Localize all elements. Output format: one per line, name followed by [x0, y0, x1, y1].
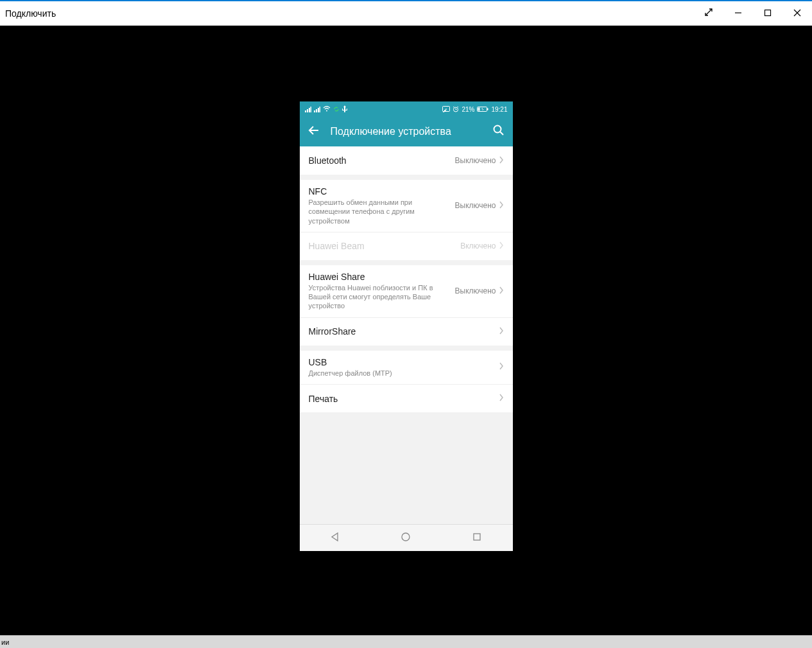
row-nfc[interactable]: NFC Разрешить обмен данными при совмещен…	[300, 180, 513, 232]
android-appbar: Подключение устройства	[300, 117, 513, 146]
statusbar-right: 21% 19:21	[442, 106, 507, 113]
circle-home-icon	[401, 532, 411, 545]
clock-text: 19:21	[491, 106, 507, 113]
android-navbar	[300, 524, 513, 551]
row-title: MirrorShare	[309, 326, 494, 337]
group-share: Huawei Share Устройства Huawei поблизост…	[300, 265, 513, 351]
svg-rect-12	[319, 107, 320, 112]
row-value: Выключено	[455, 286, 496, 295]
svg-point-13	[326, 110, 327, 112]
row-sub: Разрешить обмен данными при совмещении т…	[309, 198, 450, 225]
row-title: Huawei Beam	[309, 241, 456, 251]
wifi-icon	[323, 106, 331, 112]
battery-text: 21%	[462, 106, 474, 113]
row-usb[interactable]: USB Диспетчер файлов (MTP)	[300, 351, 513, 384]
statusbar-left	[305, 105, 347, 113]
android-statusbar: 21% 19:21	[300, 101, 513, 117]
fullscreen-button[interactable]	[694, 1, 723, 25]
svg-rect-5	[305, 110, 306, 112]
arrow-left-icon	[307, 124, 320, 139]
svg-point-24	[494, 126, 501, 133]
search-icon	[492, 124, 505, 139]
bottom-strip: ии	[0, 635, 812, 648]
row-print[interactable]: Печать	[300, 384, 513, 412]
group-usb-print: USB Диспетчер файлов (MTP) Печать	[300, 351, 513, 412]
row-value: Включено	[460, 241, 496, 250]
row-bluetooth[interactable]: Bluetooth Выключено	[300, 146, 513, 175]
svg-line-19	[458, 107, 459, 107]
black-stage: 21% 19:21 Подключение устройства	[0, 26, 812, 635]
svg-rect-6	[307, 109, 308, 112]
desktop-window: Подключить	[0, 0, 812, 648]
phone-screen: 21% 19:21 Подключение устройства	[300, 101, 513, 551]
chevron-right-icon	[499, 394, 504, 403]
window-titlebar: Подключить	[0, 0, 812, 26]
back-button[interactable]	[306, 124, 322, 139]
svg-line-0	[705, 9, 712, 15]
close-button[interactable]	[782, 1, 812, 25]
svg-rect-9	[314, 110, 315, 112]
sync-icon	[333, 106, 340, 112]
chevron-right-icon	[499, 327, 504, 337]
row-mirrorshare[interactable]: MirrorShare	[300, 317, 513, 346]
fullscreen-icon	[704, 8, 713, 19]
battery-icon	[477, 106, 488, 112]
triangle-back-icon	[330, 532, 340, 545]
svg-rect-7	[309, 108, 310, 112]
signal-icon	[305, 106, 311, 112]
cast-icon	[442, 106, 450, 112]
bottom-snippet: ии	[1, 638, 9, 646]
nav-recent-button[interactable]	[442, 525, 512, 551]
chevron-right-icon	[499, 241, 504, 251]
close-icon	[793, 8, 801, 19]
row-title: NFC	[309, 186, 450, 197]
chevron-right-icon	[499, 201, 504, 211]
maximize-button[interactable]	[753, 1, 782, 25]
alarm-icon	[453, 106, 459, 112]
svg-rect-21	[487, 109, 488, 110]
minimize-button[interactable]	[723, 1, 753, 25]
row-title: Печать	[309, 394, 494, 404]
row-title: Huawei Share	[309, 272, 450, 282]
window-title: Подключить	[5, 8, 56, 19]
row-sub: Устройства Huawei поблизости и ПК в Ваше…	[309, 283, 450, 311]
chevron-right-icon	[499, 286, 504, 296]
svg-rect-11	[318, 108, 319, 112]
svg-rect-22	[478, 108, 480, 111]
svg-rect-8	[310, 107, 311, 112]
row-title: USB	[309, 357, 494, 367]
chevron-right-icon	[499, 362, 504, 372]
svg-rect-10	[316, 109, 317, 112]
row-huawei-share[interactable]: Huawei Share Устройства Huawei поблизост…	[300, 265, 513, 317]
chevron-right-icon	[499, 156, 504, 166]
svg-point-27	[402, 533, 410, 541]
svg-line-18	[453, 107, 454, 107]
minimize-icon	[734, 8, 742, 19]
window-controls	[694, 1, 812, 25]
square-recent-icon	[472, 532, 482, 545]
group-nfc: NFC Разрешить обмен данными при совмещен…	[300, 180, 513, 265]
svg-marker-26	[332, 533, 338, 541]
group-bluetooth: Bluetooth Выключено	[300, 146, 513, 180]
search-button[interactable]	[491, 124, 506, 139]
row-huawei-beam: Huawei Beam Включено	[300, 232, 513, 260]
nav-home-button[interactable]	[371, 525, 442, 551]
row-value: Выключено	[455, 156, 496, 165]
svg-rect-2	[765, 10, 771, 15]
row-sub: Диспетчер файлов (MTP)	[309, 369, 494, 378]
appbar-title: Подключение устройства	[331, 126, 482, 137]
svg-line-25	[500, 132, 503, 135]
settings-content: Bluetooth Выключено NFC Разреши	[300, 146, 513, 524]
maximize-icon	[764, 8, 772, 19]
signal2-icon	[314, 106, 320, 112]
nav-back-button[interactable]	[300, 525, 370, 551]
row-value: Выключено	[455, 201, 496, 210]
usb-icon	[342, 105, 347, 113]
svg-rect-28	[474, 534, 480, 540]
row-title: Bluetooth	[309, 155, 450, 166]
